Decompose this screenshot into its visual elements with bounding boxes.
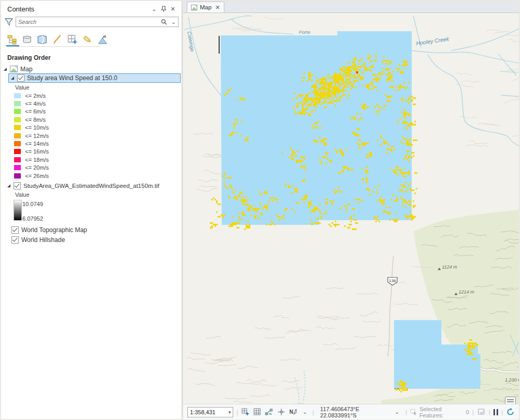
wind-cell — [405, 214, 407, 216]
wind-cell — [400, 391, 402, 392]
wind-cell — [353, 199, 355, 200]
wind-cell — [405, 60, 407, 61]
legend-symbol-chip[interactable] — [14, 165, 21, 170]
expander-icon[interactable] — [10, 76, 15, 80]
legend-symbol-chip[interactable] — [14, 117, 21, 122]
expander-icon[interactable] — [3, 67, 7, 71]
panel-title: Contents — [7, 5, 149, 13]
legend-symbol-chip[interactable] — [14, 157, 21, 162]
wind-cell — [293, 152, 296, 154]
tree-item-raster-layer[interactable]: StudyArea_GWA_EstimatedWindSpeed_at150m.… — [1, 181, 182, 190]
list-by-perspective-icon[interactable] — [96, 33, 109, 46]
coordinates-display[interactable]: 117.4606473°E 22.0833991°S ⌄ — [320, 406, 399, 418]
crosshair-icon[interactable] — [277, 408, 286, 417]
legend-row: <= 4m/s — [1, 99, 182, 107]
wind-cell — [405, 122, 408, 124]
wind-cell — [339, 96, 343, 97]
wind-cell — [316, 77, 318, 79]
legend-symbol-chip[interactable] — [14, 109, 21, 114]
chevron-down-icon[interactable]: ⌄ — [300, 408, 309, 417]
wind-cell — [269, 197, 272, 199]
wind-cell — [224, 182, 225, 183]
wind-cell — [319, 203, 321, 205]
list-by-drawing-order-icon[interactable] — [6, 33, 18, 46]
tree-item-map[interactable]: Map — [1, 65, 182, 73]
list-by-label-class-icon[interactable] — [81, 33, 94, 46]
wind-cell — [261, 208, 263, 210]
wind-cell — [230, 224, 233, 225]
map-canvas[interactable]: Forte Hooley Creek Calwinga 136 1124 m — [183, 13, 519, 404]
wind-cell — [328, 74, 330, 75]
wind-cell — [291, 155, 293, 157]
refresh-icon[interactable] — [506, 408, 515, 417]
wind-cell — [394, 172, 396, 174]
select-extent-icon[interactable] — [477, 408, 486, 417]
chevron-down-icon[interactable]: ⌄ — [169, 19, 178, 26]
study-area-main[interactable] — [221, 31, 412, 225]
tree-item-wind-layer[interactable]: Study area Wind Speed at 150.0 — [8, 73, 181, 83]
legend-symbol-chip[interactable] — [14, 93, 21, 98]
notification-icon[interactable] — [505, 397, 516, 404]
wind-cell — [235, 197, 236, 199]
wind-layer-checkbox[interactable] — [17, 74, 24, 82]
wind-cell — [325, 93, 327, 94]
wind-cell — [316, 93, 318, 94]
wind-cell — [343, 82, 346, 83]
hillshade-checkbox[interactable] — [11, 236, 19, 244]
add-grid-icon[interactable] — [241, 408, 250, 417]
list-by-editing-icon[interactable] — [51, 33, 64, 46]
wind-cell — [392, 219, 394, 221]
search-icon[interactable] — [159, 19, 169, 25]
wind-cell — [383, 141, 385, 143]
snapping-icon[interactable] — [265, 408, 274, 417]
pin-icon[interactable] — [159, 5, 168, 13]
wind-cell — [403, 172, 405, 174]
list-by-visibility-icon[interactable] — [36, 33, 48, 46]
wind-cell — [361, 144, 364, 146]
raster-layer-checkbox[interactable] — [14, 182, 21, 189]
pause-drawing-button[interactable] — [493, 409, 499, 415]
wind-cell — [343, 94, 346, 96]
legend-symbol-chip[interactable] — [14, 141, 21, 146]
wind-cell — [321, 127, 322, 129]
wind-cell — [403, 68, 405, 69]
wind-cell — [400, 71, 402, 72]
list-by-data-source-icon[interactable] — [21, 33, 33, 46]
legend-symbol-chip[interactable] — [14, 133, 21, 138]
wind-cell — [268, 203, 269, 205]
legend-symbol-chip[interactable] — [14, 149, 21, 154]
wind-cell — [389, 63, 391, 65]
north-arrow-icon[interactable]: N — [289, 408, 298, 417]
wind-cell — [469, 342, 471, 344]
wind-cell — [335, 225, 336, 227]
tree-item-world-topographic-map[interactable]: World Topographic Map — [1, 225, 182, 234]
legend-symbol-chip[interactable] — [14, 101, 21, 106]
wind-cell — [327, 97, 328, 99]
filter-icon[interactable] — [4, 17, 14, 27]
table-grid-icon[interactable] — [253, 408, 262, 417]
wind-cell — [336, 75, 338, 77]
legend-symbol-chip[interactable] — [14, 173, 21, 179]
wind-cell — [322, 77, 325, 79]
wind-cell — [402, 191, 403, 193]
wind-cell — [305, 96, 308, 97]
grayscale-ramp[interactable] — [14, 200, 22, 221]
list-by-labeling-icon[interactable] — [66, 33, 79, 46]
wind-cell — [399, 88, 400, 90]
wind-cell — [283, 214, 285, 216]
scale-combobox[interactable]: 1:358,431 ▾ — [187, 407, 233, 417]
wind-cell — [374, 79, 377, 80]
wind-cell — [338, 79, 339, 80]
close-icon[interactable]: ✕ — [215, 4, 220, 11]
wind-cell — [411, 124, 413, 125]
wind-cell — [383, 143, 385, 144]
topographic-checkbox[interactable] — [11, 226, 19, 234]
close-icon[interactable]: ✕ — [168, 5, 177, 13]
selected-features[interactable]: Selected Features: 0 — [410, 406, 470, 418]
search-input[interactable] — [16, 18, 159, 26]
map-tab[interactable]: Map ✕ — [187, 2, 224, 12]
legend-symbol-chip[interactable] — [14, 125, 21, 130]
expander-icon[interactable] — [7, 184, 11, 188]
tree-item-world-hillshade[interactable]: World Hillshade — [1, 235, 182, 244]
chevron-down-icon[interactable]: ⌄ — [149, 5, 159, 13]
